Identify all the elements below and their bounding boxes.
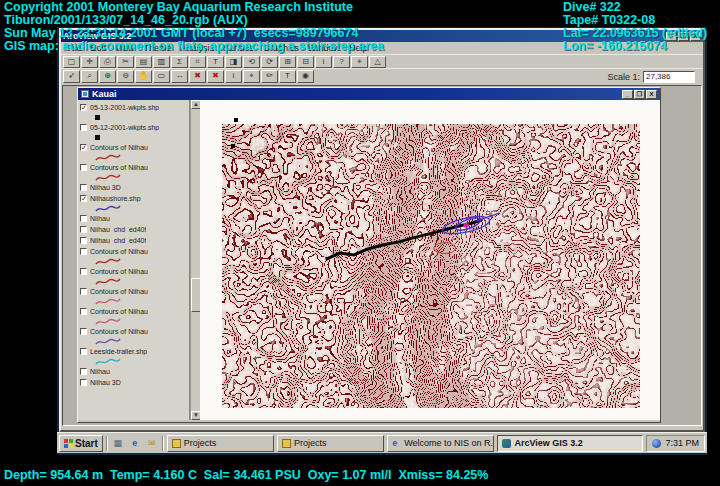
- layer-symbol: [80, 257, 189, 266]
- layer-row[interactable]: Niihau_chd_ed40f: [80, 224, 189, 235]
- bathymetry-map[interactable]: [222, 124, 640, 408]
- buttonbar-button-13[interactable]: ⊟: [297, 56, 314, 68]
- buttonbar-button-17[interactable]: △: [369, 56, 386, 68]
- toolbar-button-0[interactable]: ➶: [63, 70, 80, 83]
- layer-label: 05-13-2001-wkpts.shp: [90, 104, 159, 111]
- toolbar-button-10[interactable]: ⌖: [243, 70, 260, 83]
- layer-symbol: [80, 357, 189, 366]
- toolbar-button-6[interactable]: ↔: [171, 70, 188, 83]
- toolbar-button-11[interactable]: ✏: [261, 70, 278, 83]
- layer-row[interactable]: Niihau_chd_ed40f: [80, 235, 189, 246]
- toolbar-button-3[interactable]: ⊖: [117, 70, 134, 83]
- layer-label: Niihaushore.shp: [90, 195, 141, 202]
- buttonbar-button-0[interactable]: ▢: [63, 56, 80, 68]
- buttonbar-button-6[interactable]: Σ: [171, 56, 188, 68]
- buttonbar-button-3[interactable]: ✂: [117, 56, 134, 68]
- task-button-projects[interactable]: Projects: [167, 435, 274, 452]
- volume-icon[interactable]: [652, 439, 661, 448]
- button-bar: ▢✛⎙✂▤▥Σ⌗T◨⟲⟳⊞⊟i?⌖△: [61, 54, 703, 68]
- task-button-projects[interactable]: Projects: [277, 435, 384, 452]
- layer-checkbox[interactable]: ✓: [80, 195, 87, 202]
- buttonbar-button-4[interactable]: ▤: [135, 56, 152, 68]
- layer-checkbox[interactable]: [80, 215, 87, 222]
- task-button-arcview-gis-3-2[interactable]: ArcView GIS 3.2: [497, 435, 643, 452]
- layer-row[interactable]: ✓Niihaushore.shp: [80, 193, 189, 204]
- view-titlebar[interactable]: Kauai _ ❐ X: [78, 88, 660, 100]
- layer-row[interactable]: Contours of Niihau: [80, 286, 189, 297]
- outlook-icon[interactable]: ✉: [145, 436, 159, 450]
- toolbar-button-13[interactable]: ◉: [297, 70, 314, 83]
- task-label: ArcView GIS 3.2: [514, 438, 582, 448]
- layer-checkbox[interactable]: [80, 124, 87, 131]
- layer-checkbox[interactable]: [80, 379, 87, 386]
- tool-bar: ➶⌕⊕⊖✋▭↔✖✖i⌖✏T◉ Scale 1: 27,386: [61, 68, 703, 84]
- layer-row[interactable]: Leeside-trailer.shp: [80, 346, 189, 357]
- layer-checkbox[interactable]: [80, 226, 87, 233]
- toolbar-button-7[interactable]: ✖: [189, 70, 206, 83]
- buttonbar-button-8[interactable]: T: [207, 56, 224, 68]
- overlay-annotation: GIS map: audio comment on flats, approac…: [4, 40, 384, 53]
- layer-checkbox[interactable]: ✓: [80, 104, 87, 111]
- layer-label: Contours of Niihau: [90, 164, 148, 171]
- ie-icon[interactable]: e: [128, 436, 142, 450]
- layer-row[interactable]: Contours of Niihau: [80, 326, 189, 337]
- system-tray: 7:31 PM: [646, 435, 705, 452]
- layer-checkbox[interactable]: [80, 348, 87, 355]
- desktop-icon[interactable]: ▦: [111, 436, 125, 450]
- buttonbar-button-12[interactable]: ⊞: [279, 56, 296, 68]
- layer-checkbox[interactable]: [80, 184, 87, 191]
- buttonbar-button-1[interactable]: ✛: [81, 56, 98, 68]
- layer-row[interactable]: ✓Contours of Niihau: [80, 142, 189, 153]
- layer-symbol: [80, 317, 189, 326]
- buttonbar-button-16[interactable]: ⌖: [351, 56, 368, 68]
- toolbar-button-2[interactable]: ⊕: [99, 70, 116, 83]
- view-icon: [81, 90, 89, 98]
- toolbar-button-1[interactable]: ⌕: [81, 70, 98, 83]
- taskbar-divider: [106, 436, 108, 451]
- layer-row[interactable]: Niihau 3D: [80, 182, 189, 193]
- layer-symbol: [80, 204, 189, 213]
- layer-label: Contours of Niihau: [90, 288, 148, 295]
- buttonbar-button-5[interactable]: ▥: [153, 56, 170, 68]
- layer-checkbox[interactable]: ✓: [80, 144, 87, 151]
- map-display-area[interactable]: [200, 100, 660, 420]
- buttonbar-button-2[interactable]: ⎙: [99, 56, 116, 68]
- layer-row[interactable]: ✓05-13-2001-wkpts.shp: [80, 102, 189, 113]
- layer-checkbox[interactable]: [80, 268, 87, 275]
- buttonbar-button-14[interactable]: i: [315, 56, 332, 68]
- toolbar-button-9[interactable]: i: [225, 70, 242, 83]
- table-of-contents: ✓05-13-2001-wkpts.shp05-12-2001-wkpts.sh…: [78, 100, 190, 420]
- layer-checkbox[interactable]: [80, 308, 87, 315]
- scale-input[interactable]: 27,386: [643, 71, 695, 83]
- desktop: ArcView GIS 3.2 _ ❐ X FileEditViewThemeA…: [57, 27, 707, 455]
- layer-row[interactable]: 05-12-2001-wkpts.shp: [80, 122, 189, 133]
- task-button-welcome-to-nis-on-r[interactable]: eWelcome to NIS on R...: [387, 435, 494, 452]
- view-close-button[interactable]: X: [646, 90, 657, 99]
- view-minimize-button[interactable]: _: [622, 90, 633, 99]
- layer-row[interactable]: Niihau: [80, 213, 189, 224]
- layer-row[interactable]: Niihau 3D: [80, 377, 189, 388]
- buttonbar-button-15[interactable]: ?: [333, 56, 350, 68]
- layer-row[interactable]: Contours of Niihau: [80, 246, 189, 257]
- layer-row[interactable]: Contours of Niihau: [80, 266, 189, 277]
- layer-checkbox[interactable]: [80, 248, 87, 255]
- toolbar-button-4[interactable]: ✋: [135, 70, 152, 83]
- buttonbar-button-9[interactable]: ◨: [225, 56, 242, 68]
- toolbar-button-12[interactable]: T: [279, 70, 296, 83]
- layer-row[interactable]: Niihau: [80, 366, 189, 377]
- start-button[interactable]: Start: [59, 435, 103, 452]
- toolbar-button-5[interactable]: ▭: [153, 70, 170, 83]
- layer-checkbox[interactable]: [80, 328, 87, 335]
- layer-checkbox[interactable]: [80, 237, 87, 244]
- layer-row[interactable]: Contours of Niihau: [80, 306, 189, 317]
- layer-row[interactable]: Contours of Niihau: [80, 162, 189, 173]
- view-maximize-button[interactable]: ❐: [634, 90, 645, 99]
- layer-checkbox[interactable]: [80, 288, 87, 295]
- layer-checkbox[interactable]: [80, 164, 87, 171]
- buttonbar-button-10[interactable]: ⟲: [243, 56, 260, 68]
- buttonbar-button-11[interactable]: ⟳: [261, 56, 278, 68]
- toolbar-button-8[interactable]: ✖: [207, 70, 224, 83]
- toc-scrollbar[interactable]: ▲ ▼: [190, 100, 200, 420]
- buttonbar-button-7[interactable]: ⌗: [189, 56, 206, 68]
- layer-checkbox[interactable]: [80, 368, 87, 375]
